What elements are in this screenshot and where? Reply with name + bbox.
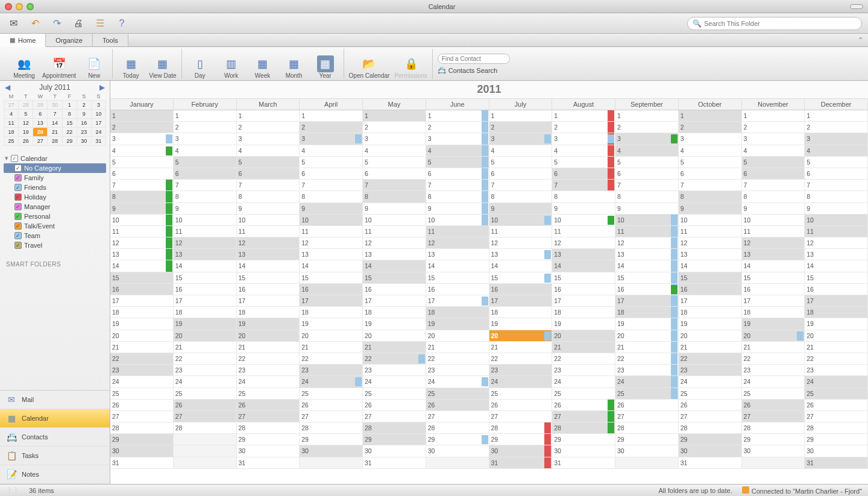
day-cell[interactable]: 23 [489, 365, 553, 376]
day-cell[interactable]: 17 [742, 295, 805, 307]
day-cell[interactable]: 4 [805, 145, 868, 157]
day-cell[interactable]: 22 [679, 353, 742, 365]
day-cell[interactable]: 10 [363, 215, 426, 226]
day-cell[interactable]: 21 [237, 342, 300, 353]
event-marker[interactable] [608, 145, 614, 156]
event-marker[interactable] [671, 215, 678, 225]
day-cell[interactable]: 13 [174, 249, 237, 260]
nav-calendar[interactable]: ▦Calendar [0, 409, 110, 428]
event-marker[interactable] [671, 318, 678, 329]
day-cell[interactable]: 2 [805, 122, 868, 133]
day-cell[interactable]: 18 [679, 307, 742, 318]
help-icon[interactable]: ? [115, 16, 129, 31]
event-marker[interactable] [482, 297, 488, 306]
day-cell[interactable]: 11 [237, 226, 300, 237]
day-cell[interactable]: 26 [742, 400, 805, 411]
category-item[interactable]: ✓Friends [4, 183, 106, 192]
day-cell[interactable]: 30 [300, 445, 363, 457]
day-cell[interactable]: 27 [805, 411, 868, 422]
day-cell[interactable]: 31 [363, 457, 426, 469]
day-cell[interactable]: 31 [679, 457, 742, 469]
day-cell[interactable]: 20 [237, 330, 300, 342]
day-cell[interactable]: 1 [742, 110, 805, 122]
day-cell[interactable]: 31 [552, 457, 615, 469]
day-cell[interactable]: 24 [489, 376, 553, 388]
day-cell[interactable]: 10 [300, 215, 363, 226]
day-cell[interactable]: 6 [237, 168, 300, 180]
day-cell[interactable]: 24 [363, 376, 426, 388]
day-cell[interactable]: 5 [237, 157, 300, 168]
day-cell[interactable]: 23 [552, 365, 615, 376]
nav-notes[interactable]: 📝Notes [0, 465, 110, 484]
day-cell[interactable]: 3 [489, 133, 553, 145]
day-cell[interactable]: 28 [742, 422, 805, 434]
permissions-button[interactable]: 🔒Permissions [394, 55, 427, 79]
day-cell[interactable]: 18 [426, 307, 489, 318]
day-cell[interactable]: 8 [742, 191, 805, 202]
day-cell[interactable]: 8 [489, 191, 553, 202]
day-cell[interactable]: 21 [110, 342, 174, 353]
search-input[interactable] [704, 20, 857, 27]
day-cell[interactable]: 30 [237, 445, 300, 457]
day-cell[interactable]: 25 [489, 388, 553, 400]
category-item[interactable]: ✓Manager [4, 202, 106, 212]
month-button[interactable]: ▦Month [281, 55, 307, 79]
event-marker[interactable] [482, 133, 488, 144]
day-cell[interactable]: 11 [679, 226, 742, 237]
day-cell[interactable]: 21 [363, 342, 426, 353]
day-cell[interactable]: 3 [174, 133, 237, 145]
category-item[interactable]: ✓No Category [4, 163, 106, 173]
event-marker[interactable] [544, 250, 551, 259]
event-marker[interactable] [671, 295, 678, 306]
day-cell[interactable]: 5 [363, 157, 426, 168]
event-marker[interactable] [608, 168, 614, 179]
day-cell[interactable]: 30 [110, 445, 174, 457]
day-cell[interactable] [174, 445, 237, 457]
day-cell[interactable]: 11 [300, 226, 363, 237]
day-cell[interactable]: 18 [174, 307, 237, 318]
day-cell[interactable]: 13 [237, 249, 300, 260]
day-cell[interactable]: 30 [615, 445, 679, 457]
day-cell[interactable]: 2 [300, 122, 363, 133]
day-cell[interactable]: 22 [363, 353, 426, 365]
day-cell[interactable]: 10 [237, 215, 300, 226]
day-cell[interactable]: 28 [615, 422, 679, 434]
day-cell[interactable]: 19 [174, 318, 237, 330]
day-cell[interactable]: 20 [615, 330, 679, 342]
day-cell[interactable]: 9 [552, 203, 615, 215]
day-cell[interactable]: 19 [363, 318, 426, 330]
day-cell[interactable]: 27 [679, 411, 742, 422]
day-cell[interactable]: 17 [615, 295, 679, 307]
day-cell[interactable]: 10 [615, 215, 679, 226]
day-cell[interactable]: 24 [742, 376, 805, 388]
day-cell[interactable]: 16 [174, 284, 237, 295]
day-cell[interactable]: 15 [174, 272, 237, 284]
event-marker[interactable] [671, 388, 678, 399]
day-cell[interactable]: 3 [110, 133, 174, 145]
day-cell[interactable] [426, 457, 489, 469]
day-cell[interactable]: 15 [300, 272, 363, 284]
day-cell[interactable]: 8 [237, 191, 300, 202]
contacts-search-button[interactable]: 📇Contacts Search [438, 66, 497, 74]
day-cell[interactable]: 25 [742, 388, 805, 400]
day-cell[interactable]: 23 [742, 365, 805, 376]
day-cell[interactable]: 14 [679, 260, 742, 272]
year-button[interactable]: ▦Year [312, 55, 339, 79]
day-cell[interactable]: 3 [552, 133, 615, 145]
day-cell[interactable]: 23 [363, 365, 426, 376]
day-cell[interactable]: 2 [552, 122, 615, 133]
list-icon[interactable]: ☰ [93, 16, 107, 31]
checkbox-icon[interactable]: ✓ [11, 155, 18, 162]
event-marker[interactable] [544, 134, 551, 143]
day-cell[interactable]: 18 [805, 307, 868, 318]
print-icon[interactable]: 🖨 [71, 16, 86, 31]
day-cell[interactable]: 14 [426, 260, 489, 272]
day-cell[interactable]: 12 [489, 237, 553, 249]
day-cell[interactable]: 2 [615, 122, 679, 133]
day-cell[interactable]: 13 [805, 249, 868, 260]
day-cell[interactable]: 11 [805, 226, 868, 237]
day-cell[interactable]: 9 [363, 203, 426, 215]
day-cell[interactable]: 18 [300, 307, 363, 318]
event-marker[interactable] [482, 203, 488, 214]
checkbox-icon[interactable]: ✓ [14, 174, 22, 181]
